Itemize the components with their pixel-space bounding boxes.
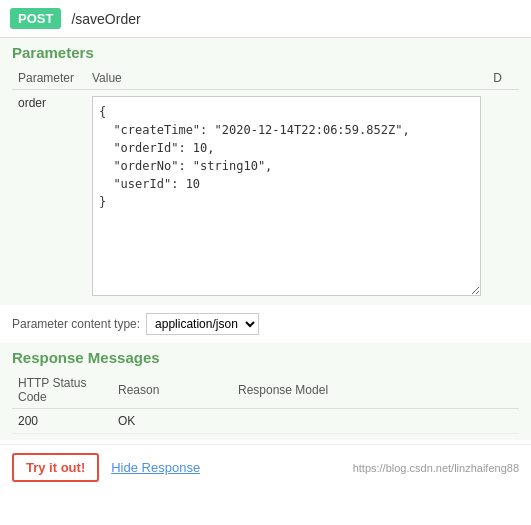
bottom-bar: Try it out! Hide Response https://blog.c… xyxy=(0,444,531,490)
col-d: D xyxy=(487,67,519,90)
content-type-label: Parameter content type: xyxy=(12,317,140,331)
endpoint-path: /saveOrder xyxy=(71,11,140,27)
col-reason: Reason xyxy=(112,372,232,409)
endpoint-header: POST /saveOrder xyxy=(0,0,531,38)
hide-response-link[interactable]: Hide Response xyxy=(111,460,200,475)
parameters-table: Parameter Value D order xyxy=(12,67,519,305)
param-value-cell xyxy=(86,90,487,306)
col-http-status: HTTP Status Code xyxy=(12,372,112,409)
response-table: HTTP Status Code Reason Response Model 2… xyxy=(12,372,519,434)
response-status-code: 200 xyxy=(12,409,112,434)
col-model: Response Model xyxy=(232,372,519,409)
parameters-section: Parameters Parameter Value D order xyxy=(0,38,531,305)
param-row: order xyxy=(12,90,519,306)
parameters-title: Parameters xyxy=(12,44,519,61)
param-value-textarea[interactable] xyxy=(92,96,481,296)
response-model xyxy=(232,409,519,434)
try-it-out-button[interactable]: Try it out! xyxy=(12,453,99,482)
param-name: order xyxy=(12,90,86,306)
col-value: Value xyxy=(86,67,487,90)
param-d-col xyxy=(487,90,519,306)
response-messages-title: Response Messages xyxy=(12,349,519,366)
col-parameter: Parameter xyxy=(12,67,86,90)
content-type-select[interactable]: application/json xyxy=(146,313,259,335)
response-reason: OK xyxy=(112,409,232,434)
content-type-row: Parameter content type: application/json xyxy=(0,305,531,343)
method-badge: POST xyxy=(10,8,61,29)
response-messages-section: Response Messages HTTP Status Code Reaso… xyxy=(0,343,531,440)
response-row: 200 OK xyxy=(12,409,519,434)
watermark-text: https://blog.csdn.net/linzhaifeng88 xyxy=(353,462,519,474)
